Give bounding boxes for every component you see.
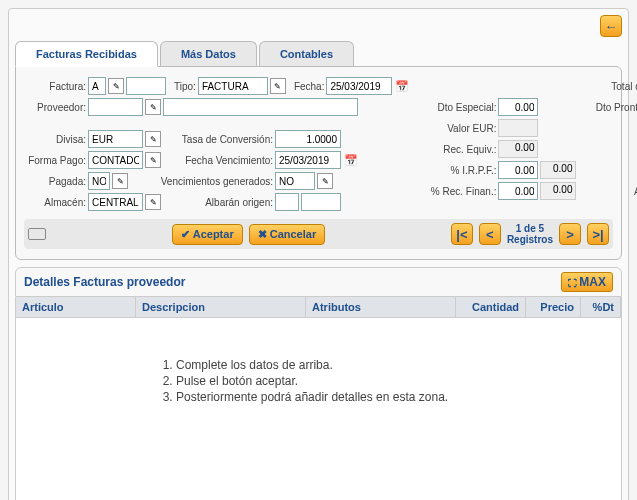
tasa-input[interactable] <box>275 130 341 148</box>
divisa-label: Divisa: <box>24 134 86 145</box>
dtoesp-input[interactable] <box>498 98 538 116</box>
tab-mas-datos[interactable]: Más Datos <box>160 41 257 67</box>
anticipo-label: Anticipo: <box>586 186 637 197</box>
proveedor-label: Proveedor: <box>24 102 86 113</box>
nav-first-button[interactable]: |< <box>451 223 473 245</box>
irpf-label: % I.R.P.F.: <box>420 165 496 176</box>
almacen-label: Almacén: <box>24 197 86 208</box>
almacen-lookup-icon[interactable]: ✎ <box>145 194 161 210</box>
nav-position: 1 de 5Registros <box>507 223 553 245</box>
factura-serie-input[interactable] <box>88 77 106 95</box>
dtopp-label: Dto Pronto Pago: <box>586 102 637 113</box>
pagada-lookup-icon[interactable]: ✎ <box>112 173 128 189</box>
dtoesp-label: Dto Especial: <box>420 102 496 113</box>
fecha-label: Fecha: <box>294 81 325 92</box>
col-atributos[interactable]: Atributos <box>306 297 456 317</box>
recequiv-label: Rec. Equiv.: <box>420 144 496 155</box>
vencgen-label: Vencimientos generados: <box>130 176 273 187</box>
iva-label: I.V.A.: <box>586 144 637 155</box>
valoreur-label: Valor EUR: <box>420 123 496 134</box>
albaran-label: Albarán origen: <box>163 197 273 208</box>
nav-prev-button[interactable]: < <box>479 223 501 245</box>
back-button[interactable]: ← <box>600 15 622 37</box>
almacen-input[interactable] <box>88 193 143 211</box>
factura-lookup-icon[interactable]: ✎ <box>108 78 124 94</box>
formapago-lookup-icon[interactable]: ✎ <box>145 152 161 168</box>
maximize-button[interactable]: ⛶ MAX <box>561 272 613 292</box>
tab-facturas-recibidas[interactable]: Facturas Recibidas <box>15 41 158 67</box>
cancelar-button[interactable]: ✖Cancelar <box>249 224 325 245</box>
proveedor-code-input[interactable] <box>88 98 143 116</box>
grid-header: Articulo Descripcion Atributos Cantidad … <box>15 297 622 318</box>
recfinan-value: 0.00 <box>540 182 576 200</box>
factura-num-input[interactable] <box>126 77 166 95</box>
pagada-input[interactable] <box>88 172 110 190</box>
calendar-icon[interactable]: 📅 <box>343 152 359 168</box>
fechavenc-input[interactable] <box>275 151 341 169</box>
calendar-icon[interactable]: 📅 <box>394 78 410 94</box>
base-label: Base: <box>586 123 637 134</box>
grid-body: Complete los datos de arriba. Pulse el b… <box>15 318 622 500</box>
col-cantidad[interactable]: Cantidad <box>456 297 526 317</box>
tipo-label: Tipo: <box>174 81 196 92</box>
divisa-input[interactable] <box>88 130 143 148</box>
col-precio[interactable]: Precio <box>526 297 581 317</box>
keyboard-icon[interactable] <box>28 228 46 240</box>
recfinan-label: % Rec. Finan.: <box>420 186 496 197</box>
tipo-input[interactable] <box>198 77 268 95</box>
vencgen-input[interactable] <box>275 172 315 190</box>
factura-label: Factura: <box>24 81 86 92</box>
irpf-input[interactable] <box>498 161 538 179</box>
formapago-label: Forma Pago: <box>24 155 86 166</box>
tasa-label: Tasa de Conversión: <box>163 134 273 145</box>
pagada-label: Pagada: <box>24 176 86 187</box>
tipo-lookup-icon[interactable]: ✎ <box>270 78 286 94</box>
proveedor-name-input[interactable] <box>163 98 358 116</box>
proveedor-lookup-icon[interactable]: ✎ <box>145 99 161 115</box>
fechavenc-label: Fecha Vencimiento: <box>163 155 273 166</box>
tab-contables[interactable]: Contables <box>259 41 354 67</box>
help-text: Posteriormente podrá añadir detalles en … <box>176 390 601 404</box>
col-articulo[interactable]: Articulo <box>16 297 136 317</box>
help-text: Complete los datos de arriba. <box>176 358 601 372</box>
albaran2-input[interactable] <box>301 193 341 211</box>
divisa-lookup-icon[interactable]: ✎ <box>145 131 161 147</box>
col-descripcion[interactable]: Descripcion <box>136 297 306 317</box>
valoreur-value <box>498 119 538 137</box>
formapago-input[interactable] <box>88 151 143 169</box>
col-dt[interactable]: %Dt <box>581 297 621 317</box>
albaran1-input[interactable] <box>275 193 299 211</box>
nav-last-button[interactable]: >| <box>587 223 609 245</box>
recequiv-value: 0.00 <box>498 140 538 158</box>
vencgen-lookup-icon[interactable]: ✎ <box>317 173 333 189</box>
fecha-input[interactable] <box>326 77 392 95</box>
detail-title: Detalles Facturas proveedor <box>24 275 185 289</box>
total-label: Total: <box>586 165 637 176</box>
nav-next-button[interactable]: > <box>559 223 581 245</box>
aceptar-button[interactable]: ✔Aceptar <box>172 224 243 245</box>
recfinan-input[interactable] <box>498 182 538 200</box>
irpf-value: 0.00 <box>540 161 576 179</box>
help-text: Pulse el botón aceptar. <box>176 374 601 388</box>
totaldet-label: Total detalles: <box>586 81 637 92</box>
